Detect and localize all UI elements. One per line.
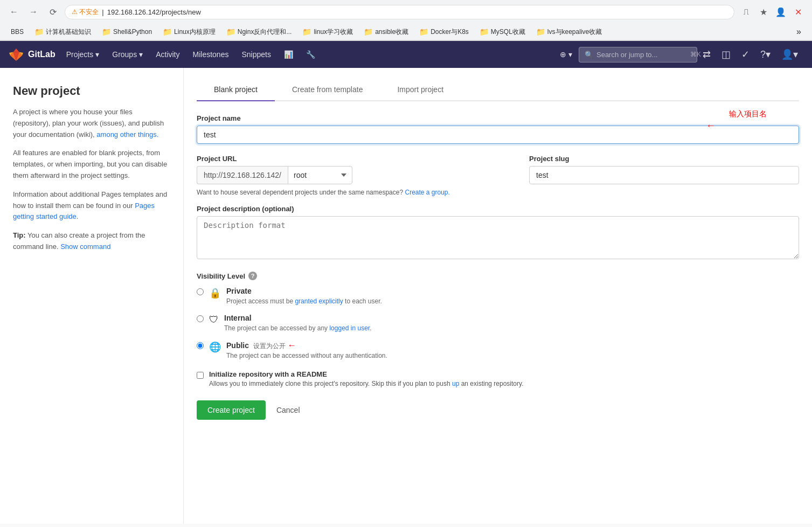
toolbar-icons: ⎍ ★ 👤 ✕: [739, 4, 806, 19]
bookmark-linux-kernel[interactable]: 📁 Linux内核原理: [158, 26, 220, 38]
profile-icon-btn[interactable]: 👤: [773, 4, 788, 19]
bookmark-bbs[interactable]: BBS: [6, 27, 28, 37]
visibility-option-private: 🔒 Private Project access must be granted…: [197, 287, 799, 305]
nav-projects[interactable]: Projects ▾: [60, 41, 106, 68]
bookmark-label: Shell&Python: [113, 28, 152, 36]
url-hint: Want to house several dependent projects…: [197, 189, 799, 196]
folder-icon: 📁: [226, 27, 235, 36]
search-input[interactable]: [596, 51, 687, 59]
lock-icon: 🔒: [209, 287, 221, 299]
project-url-row: http://192.168.126.142/ root: [197, 166, 520, 184]
navbar-search-box[interactable]: 🔍 ⌘K: [579, 47, 697, 63]
project-name-input[interactable]: [197, 126, 799, 144]
sidebar-link-other-things[interactable]: among other things.: [96, 130, 158, 138]
readme-label: Initialize repository with a README: [209, 370, 523, 378]
main-content: Blank project Create from template Impor…: [183, 68, 812, 524]
bookmarks-more-btn[interactable]: »: [792, 26, 806, 38]
bookmark-computer-basics[interactable]: 📁 计算机基础知识: [30, 26, 95, 38]
visibility-text-public: Public 设置为公开 ← The project can be access…: [226, 341, 387, 359]
nav-settings[interactable]: 🔧: [300, 41, 322, 68]
visibility-public-desc: The project can be accessed without any …: [226, 352, 387, 359]
folder-icon: 📁: [536, 27, 545, 36]
project-url-select[interactable]: root: [288, 166, 352, 184]
readme-checkbox-row: Initialize repository with a README Allo…: [197, 370, 799, 387]
bookmark-lvs[interactable]: 📁 lvs与keepalive收藏: [532, 26, 606, 38]
readme-checkbox[interactable]: [197, 372, 204, 379]
project-slug-label: Project slug: [529, 155, 799, 163]
key-icon-btn[interactable]: ⎍: [739, 4, 754, 19]
refresh-button[interactable]: ⟳: [45, 4, 60, 19]
user-avatar-btn[interactable]: 👤 ▾: [776, 41, 803, 68]
nav-milestones-label: Milestones: [193, 50, 229, 59]
sidebar-para2: All features are enabled for blank proje…: [13, 148, 170, 181]
avatar: 👤: [781, 48, 793, 60]
gitlab-navbar: GitLab Projects ▾ Groups ▾ Activity Mile…: [0, 41, 812, 68]
folder-icon: 📁: [302, 27, 311, 36]
sidebar: New project A project is where you house…: [0, 68, 183, 524]
bookmark-mysql[interactable]: 📁 MySQL收藏: [475, 26, 530, 38]
tab-import-project[interactable]: Import project: [380, 79, 461, 101]
nav-plus[interactable]: ⊕ ▾: [553, 41, 579, 68]
address-bar[interactable]: ⚠ 不安全 | 192.168.126.142/projects/new: [65, 5, 734, 19]
bookmark-nginx[interactable]: 📁 Nginx反向代理和...: [222, 26, 296, 38]
chevron-down-icon: ▾: [95, 50, 99, 59]
url-text: 192.168.126.142/projects/new: [107, 8, 201, 16]
url-separator: |: [102, 8, 103, 16]
visibility-internal-desc: The project can be accessed by any logge…: [224, 324, 372, 332]
nav-milestones[interactable]: Milestones: [186, 41, 235, 68]
folder-icon: 📁: [34, 27, 44, 36]
chevron-down-icon: ▾: [568, 50, 572, 59]
chevron-down-icon: ▾: [139, 50, 143, 59]
create-project-button[interactable]: Create project: [197, 400, 266, 420]
annotation-public: 设置为公开: [253, 342, 286, 350]
nav-snippets[interactable]: Snippets: [235, 41, 277, 68]
tab-blank-project[interactable]: Blank project: [197, 79, 275, 101]
bookmark-label: ansible收藏: [375, 27, 408, 37]
close-icon-btn[interactable]: ✕: [790, 4, 806, 19]
visibility-help-icon[interactable]: ?: [248, 272, 257, 280]
project-slug-input[interactable]: [529, 166, 799, 184]
tip-show-command-link[interactable]: Show command: [60, 242, 110, 251]
project-url-base: http://192.168.126.142/: [197, 166, 288, 184]
visibility-option-public: 🌐 Public 设置为公开 ← The project can be acce…: [197, 341, 799, 359]
readme-up-link[interactable]: up: [452, 380, 459, 387]
cancel-button[interactable]: Cancel: [274, 400, 302, 420]
project-url-group: Project URL http://192.168.126.142/ root: [197, 155, 520, 184]
bookmark-linux[interactable]: 📁 linux学习收藏: [298, 26, 357, 38]
help-icon: ?: [760, 49, 766, 60]
issues-icon-btn[interactable]: ◫: [716, 41, 736, 68]
back-button[interactable]: ←: [6, 4, 22, 19]
bookmark-label: BBS: [11, 28, 24, 36]
annotation-public-arrow: ←: [288, 341, 296, 350]
forward-button[interactable]: →: [26, 4, 41, 19]
bookmark-shell-python[interactable]: 📁 Shell&Python: [98, 26, 156, 37]
nav-groups[interactable]: Groups ▾: [106, 41, 149, 68]
tab-create-from-template[interactable]: Create from template: [275, 79, 380, 101]
sidebar-link-pages-guide[interactable]: Pages getting started guide: [13, 202, 155, 221]
bookmark-docker[interactable]: 📁 Docker与K8s: [415, 26, 473, 38]
star-icon-btn[interactable]: ★: [756, 4, 771, 19]
merge-request-icon-btn[interactable]: ⇄: [697, 41, 716, 68]
todo-icon-btn[interactable]: ✓: [736, 41, 755, 68]
sidebar-para3: Information about additional Pages templ…: [13, 189, 170, 223]
bookmark-label: Docker与K8s: [431, 27, 469, 37]
help-icon-btn[interactable]: ? ▾: [755, 41, 776, 68]
url-row-container: Project URL http://192.168.126.142/ root…: [197, 155, 799, 184]
page-title: New project: [13, 84, 170, 98]
browser-chrome: ← → ⟳ ⚠ 不安全 | 192.168.126.142/projects/n…: [0, 0, 812, 41]
gitlab-logo[interactable]: GitLab: [9, 47, 55, 62]
bookmarks-bar: BBS 📁 计算机基础知识 📁 Shell&Python 📁 Linux内核原理…: [0, 24, 812, 40]
project-slug-group: Project slug: [529, 155, 799, 184]
nav-stats[interactable]: 📊: [277, 41, 300, 68]
shield-icon: 🛡: [209, 314, 219, 325]
visibility-public-label: Public: [226, 341, 249, 350]
bookmark-ansible[interactable]: 📁 ansible收藏: [359, 26, 413, 38]
nav-activity[interactable]: Activity: [149, 41, 186, 68]
description-textarea[interactable]: [197, 216, 799, 259]
create-group-link[interactable]: Create a group.: [405, 189, 449, 196]
visibility-radio-internal[interactable]: [197, 315, 204, 322]
stats-icon: 📊: [284, 50, 293, 59]
bookmark-label: Linux内核原理: [174, 27, 216, 37]
visibility-radio-public[interactable]: [197, 342, 204, 349]
visibility-radio-private[interactable]: [197, 288, 204, 295]
